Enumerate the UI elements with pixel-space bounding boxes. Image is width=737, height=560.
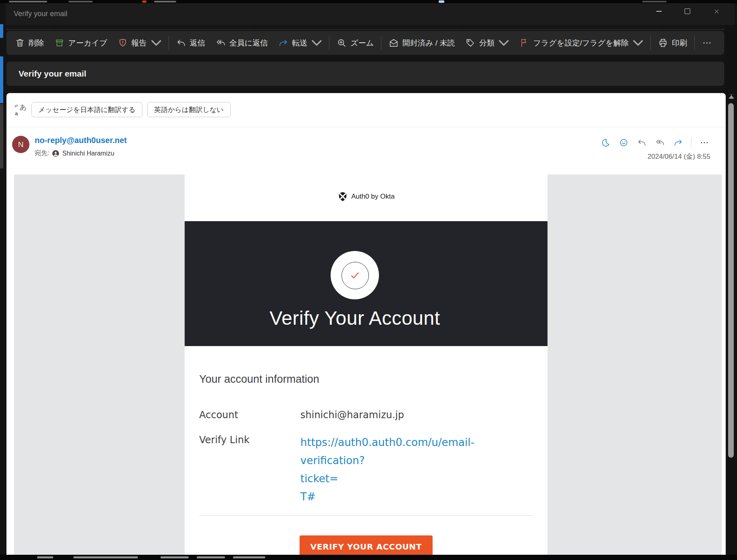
toolbar-forward-button[interactable]: 転送 <box>273 34 327 52</box>
recipient-name[interactable]: Shinichi Haramizu <box>62 150 114 157</box>
toolbar-label: 返信 <box>190 38 205 48</box>
sender-avatar[interactable]: N <box>12 136 29 153</box>
verify-link[interactable]: T# <box>300 488 533 506</box>
background-artifact <box>69 1 93 2</box>
toolbar-more-button[interactable] <box>697 34 717 52</box>
toolbar-label: ズーム <box>350 38 374 48</box>
minimize-icon <box>656 11 662 12</box>
toolbar-label: 分類 <box>479 38 494 48</box>
recipient-avatar-icon <box>52 150 59 157</box>
toolbar-separator <box>694 36 695 50</box>
toolbar-label: アーカイブ <box>68 38 107 48</box>
verify-link[interactable]: https://auth0.auth0.com/u/email-verifica… <box>300 433 533 470</box>
chevron-down-icon <box>499 38 509 48</box>
hero-title: Verify Your Account <box>173 307 536 330</box>
translate-icon: ⇄ あ a <box>15 104 27 116</box>
recipient-row: 宛先: Shinichi Haramizu <box>35 149 114 158</box>
toolbar-reply-all-button[interactable]: 全員に返信 <box>210 34 273 52</box>
toolbar-print-button[interactable]: 印刷 <box>653 34 692 52</box>
close-button[interactable] <box>707 3 726 19</box>
check-icon <box>347 267 363 283</box>
brand-text: Auth0 by Okta <box>351 193 395 201</box>
smiley-icon <box>619 138 629 147</box>
background-artifact <box>439 0 444 3</box>
verify-account-button[interactable]: VERIFY YOUR ACCOUNT <box>300 535 433 558</box>
message-more-button[interactable] <box>699 137 710 148</box>
translate-message-button[interactable]: メッセージを日本語に翻訳する <box>31 102 142 117</box>
toolbar-delete-button[interactable]: 削除 <box>10 34 49 52</box>
verify-link[interactable]: ticket= <box>300 470 533 488</box>
forward-icon <box>673 138 683 147</box>
reply-all-icon <box>655 138 665 147</box>
toolbar-label: 全員に返信 <box>229 38 268 48</box>
moon-icon <box>601 138 610 147</box>
toolbar-reply-button[interactable]: 返信 <box>171 34 210 52</box>
verify-link-row: Verify Link https://auth0.auth0.com/u/em… <box>199 433 533 506</box>
never-translate-button[interactable]: 英語からは翻訳しない <box>147 102 230 117</box>
email-divider <box>199 515 533 516</box>
hero-banner: Verify Your Account <box>185 221 548 346</box>
minimize-button[interactable] <box>650 3 668 19</box>
toolbar-separator <box>329 36 329 50</box>
translate-bar: ⇄ あ a メッセージを日本語に翻訳する 英語からは翻訳しない <box>15 102 231 118</box>
snooze-button[interactable] <box>600 137 611 148</box>
sender-email-link[interactable]: no-reply@auth0user.net <box>35 136 127 145</box>
background-artifact <box>142 0 147 3</box>
toolbar-separator <box>381 36 381 50</box>
to-label: 宛先: <box>35 149 49 158</box>
reply-icon <box>637 138 647 147</box>
background-window-sliver <box>0 104 3 168</box>
background-artifact <box>642 1 666 2</box>
background-artifact <box>197 556 225 558</box>
message-date: 2024/06/14 (金) 8:55 <box>647 152 710 161</box>
verify-link-lines: https://auth0.auth0.com/u/email-verifica… <box>300 433 533 506</box>
toolbar-label: 報告 <box>131 38 147 48</box>
outlook-message-window: Verify your email 削除 アーカイブ 報告 返信 全員に返信 <box>0 0 737 560</box>
maximize-icon <box>685 8 690 14</box>
message-actions <box>600 137 710 148</box>
section-title: Your account information <box>199 373 533 386</box>
scrollbar-track[interactable] <box>726 25 737 555</box>
toolbar-label: フラグを設定/フラグを解除 <box>533 38 629 48</box>
maximize-button[interactable] <box>678 3 697 19</box>
zoom-icon <box>337 38 347 48</box>
toolbar: 削除 アーカイブ 報告 返信 全員に返信 転送 ズーム <box>6 31 724 55</box>
subject-text: Verify your email <box>19 69 86 79</box>
translate-icon-kana: あ <box>20 103 27 112</box>
reactions-button[interactable] <box>618 137 629 148</box>
scrollbar-thumb[interactable] <box>728 103 734 458</box>
toolbar-focus-outline <box>6 29 724 30</box>
trash-icon <box>15 38 25 48</box>
toolbar-separator <box>169 36 169 50</box>
titlebar: Verify your email <box>6 3 735 25</box>
header-divider <box>6 127 726 127</box>
scroll-up-arrow[interactable] <box>729 94 734 99</box>
reply-icon <box>176 38 186 48</box>
reply-button[interactable] <box>637 137 647 148</box>
toolbar-archive-button[interactable]: アーカイブ <box>49 34 112 52</box>
forward-button[interactable] <box>673 137 683 148</box>
toolbar-label: 転送 <box>292 38 307 48</box>
forward-icon <box>278 38 288 48</box>
background-artifact <box>160 556 189 558</box>
email-body: Auth0 by Okta Verify Your Account Your a… <box>6 174 726 560</box>
background-artifact <box>73 556 138 558</box>
translate-icon-arrow: ⇄ <box>15 104 18 108</box>
toolbar-read-unread-button[interactable]: 開封済み / 未読 <box>383 34 460 52</box>
report-shield-icon <box>118 38 128 48</box>
auth0-logo-icon <box>337 191 348 202</box>
chevron-down-icon <box>312 38 322 48</box>
toolbar-report-button[interactable]: 報告 <box>112 34 167 52</box>
account-label: Account <box>199 409 300 421</box>
reply-all-button[interactable] <box>655 137 665 148</box>
toolbar-label: 印刷 <box>672 38 687 48</box>
toolbar-label: 開封済み / 未読 <box>402 38 455 48</box>
account-row: Account shinichi@haramizu.jp <box>199 409 533 421</box>
reply-all-icon <box>216 38 226 48</box>
subject-bar: Verify your email <box>6 62 724 86</box>
more-dots-icon <box>702 38 712 48</box>
toolbar-categorize-button[interactable]: 分類 <box>460 34 514 52</box>
reading-pane: ⇄ あ a メッセージを日本語に翻訳する 英語からは翻訳しない N no-rep… <box>6 93 726 560</box>
toolbar-zoom-button[interactable]: ズーム <box>331 34 379 52</box>
toolbar-flag-button[interactable]: フラグを設定/フラグを解除 <box>514 34 648 52</box>
